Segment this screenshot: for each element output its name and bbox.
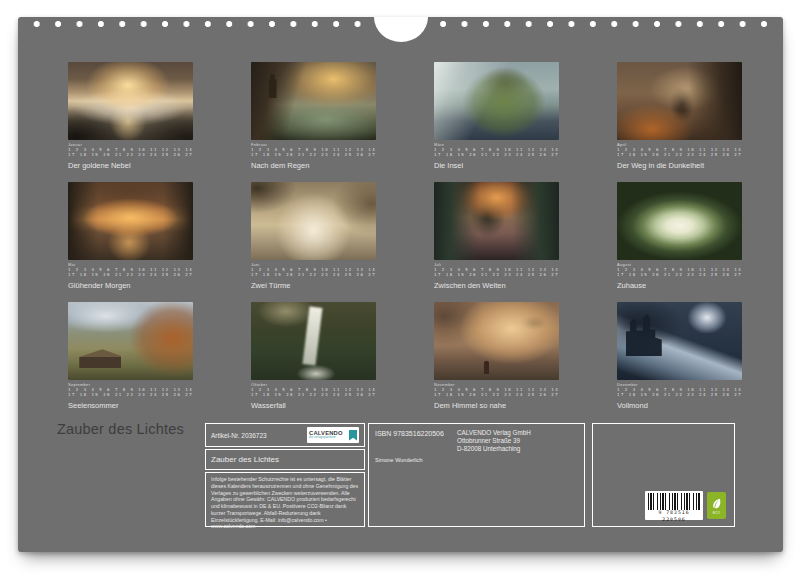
mini-calendar-days: 1 2 3 4 5 6 7 8 9 10 11 12 13 14 15 16 1… — [617, 148, 742, 158]
mini-month-label: Februar — [251, 143, 376, 147]
month-cell-oktober: Oktober 1 2 3 4 5 6 7 8 9 10 11 12 13 14… — [251, 302, 376, 422]
calvendo-logo: CALVENDO die verlagsplattform — [307, 427, 359, 443]
month-image-april — [617, 62, 742, 140]
mini-days-row2: 17 18 19 20 21 22 23 24 25 26 27 28 29 3… — [617, 153, 742, 158]
month-image-januar — [68, 62, 193, 140]
mini-calendar-days: 1 2 3 4 5 6 7 8 9 10 11 12 13 14 15 16 1… — [251, 268, 376, 278]
mini-days-row2: 17 18 19 20 21 22 23 24 25 26 27 28 29 3… — [68, 273, 193, 278]
month-image-november — [434, 302, 559, 380]
mini-days-row2: 17 18 19 20 21 22 23 24 25 26 27 28 29 3… — [68, 393, 193, 398]
mini-calendar-days: 1 2 3 4 5 6 7 8 9 10 11 12 13 14 15 16 1… — [68, 148, 193, 158]
mini-calendar-days: 1 2 3 4 5 6 7 8 9 10 11 12 13 14 15 16 1… — [434, 148, 559, 158]
isbn-text: ISBN 9783516220506 — [375, 430, 444, 437]
publisher-address: CALVENDO Verlag GmbH Ottobrunner Straße … — [457, 429, 531, 453]
mini-month-label: September — [68, 383, 193, 387]
title-box: Zauber des Lichtes — [205, 449, 365, 470]
hanger-hole-notch — [374, 17, 428, 42]
month-cell-august: August 1 2 3 4 5 6 7 8 9 10 11 12 13 14 … — [617, 182, 742, 302]
legal-text: Infolge bestehender Schutzrechte ist es … — [211, 476, 359, 530]
mini-month-label: März — [434, 143, 559, 147]
image-caption: Vollmond — [617, 402, 742, 410]
month-image-september — [68, 302, 193, 380]
eco-leaf-icon — [710, 496, 723, 511]
image-caption: Zwischen den Welten — [434, 282, 559, 290]
mini-calendar-days: 1 2 3 4 5 6 7 8 9 10 11 12 13 14 15 16 1… — [434, 388, 559, 398]
month-cell-september: September 1 2 3 4 5 6 7 8 9 10 11 12 13 … — [68, 302, 193, 422]
month-image-februar — [251, 62, 376, 140]
mini-month-label: Mai — [68, 263, 193, 267]
month-image-maerz — [434, 62, 559, 140]
image-caption: Glühender Morgen — [68, 282, 193, 290]
eco-badge: ECO — [707, 492, 726, 519]
barcode-number: 9 783516 220506 — [648, 510, 700, 523]
publisher-name: CALVENDO Verlag GmbH — [457, 429, 531, 437]
image-caption: Seelensommer — [68, 402, 193, 410]
mini-days-row2: 17 18 19 20 21 22 23 24 25 26 27 28 29 3… — [68, 153, 193, 158]
barcode-box: 9 783516 220506 ECO — [592, 423, 735, 527]
image-caption: Nach dem Regen — [251, 162, 376, 170]
isbn-publisher-box: ISBN 9783516220506 CALVENDO Verlag GmbH … — [368, 423, 585, 527]
month-cell-april: April 1 2 3 4 5 6 7 8 9 10 11 12 13 14 1… — [617, 62, 742, 182]
mini-days-row2: 17 18 19 20 21 22 23 24 25 26 27 28 29 3… — [251, 273, 376, 278]
month-image-juni — [251, 182, 376, 260]
mini-days-row2: 17 18 19 20 21 22 23 24 25 26 27 28 29 3… — [434, 393, 559, 398]
mini-month-label: August — [617, 263, 742, 267]
month-image-mai — [68, 182, 193, 260]
image-caption: Der Weg in die Dunkelheit — [617, 162, 742, 170]
mini-calendar-days: 1 2 3 4 5 6 7 8 9 10 11 12 13 14 15 16 1… — [251, 148, 376, 158]
article-number: Artikel-Nr. 2036723 — [211, 432, 267, 439]
mini-days-row2: 17 18 19 20 21 22 23 24 25 26 27 28 29 3… — [617, 273, 742, 278]
publisher-street: Ottobrunner Straße 39 — [457, 437, 531, 445]
mini-month-label: Januar — [68, 143, 193, 147]
month-image-august — [617, 182, 742, 260]
mini-calendar-days: 1 2 3 4 5 6 7 8 9 10 11 12 13 14 15 16 1… — [68, 268, 193, 278]
mini-days-row2: 17 18 19 20 21 22 23 24 25 26 27 28 29 3… — [251, 393, 376, 398]
mini-calendar-days: 1 2 3 4 5 6 7 8 9 10 11 12 13 14 15 16 1… — [617, 388, 742, 398]
mini-month-label: November — [434, 383, 559, 387]
month-cell-november: November 1 2 3 4 5 6 7 8 9 10 11 12 13 1… — [434, 302, 559, 422]
barcode-bars — [648, 493, 700, 510]
mini-month-label: Dezember — [617, 383, 742, 387]
month-cell-januar: Januar 1 2 3 4 5 6 7 8 9 10 11 12 13 14 … — [68, 62, 193, 182]
month-image-juli — [434, 182, 559, 260]
mini-month-label: Juli — [434, 263, 559, 267]
image-caption: Dem Himmel so nahe — [434, 402, 559, 410]
month-cell-maerz: März 1 2 3 4 5 6 7 8 9 10 11 12 13 14 15… — [434, 62, 559, 182]
mini-calendar-days: 1 2 3 4 5 6 7 8 9 10 11 12 13 14 15 16 1… — [617, 268, 742, 278]
calvendo-tagline: die verlagsplattform — [309, 437, 343, 440]
month-image-dezember — [617, 302, 742, 380]
calendar-back-photo: { "colors": { "sheet": "#6f6f6f", "accen… — [0, 0, 800, 577]
mini-month-label: Oktober — [251, 383, 376, 387]
image-caption: Zwei Türme — [251, 282, 376, 290]
mini-days-row2: 17 18 19 20 21 22 23 24 25 26 27 28 29 3… — [434, 273, 559, 278]
month-image-oktober — [251, 302, 376, 380]
month-cell-februar: Februar 1 2 3 4 5 6 7 8 9 10 11 12 13 14… — [251, 62, 376, 182]
calvendo-mark-icon — [349, 430, 357, 441]
article-number-box: Artikel-Nr. 2036723 CALVENDO die verlags… — [205, 423, 365, 447]
mini-days-row2: 17 18 19 20 21 22 23 24 25 26 27 28 29 3… — [617, 393, 742, 398]
author-name: Simone Wunderlich — [375, 457, 423, 463]
month-cell-dezember: Dezember 1 2 3 4 5 6 7 8 9 10 11 12 13 1… — [617, 302, 742, 422]
image-caption: Wasserfall — [251, 402, 376, 410]
month-thumbnail-grid: Januar 1 2 3 4 5 6 7 8 9 10 11 12 13 14 … — [68, 62, 742, 422]
calendar-title: Zauber des Lichtes — [57, 421, 184, 437]
ean-barcode: 9 783516 220506 — [645, 491, 703, 520]
image-caption: Die Insel — [434, 162, 559, 170]
calendar-back-sheet: Januar 1 2 3 4 5 6 7 8 9 10 11 12 13 14 … — [18, 17, 783, 552]
mini-month-label: Juni — [251, 263, 376, 267]
mini-month-label: April — [617, 143, 742, 147]
month-cell-juli: Juli 1 2 3 4 5 6 7 8 9 10 11 12 13 14 15… — [434, 182, 559, 302]
eco-badge-label: ECO — [713, 512, 721, 515]
publisher-city: D-82008 Unterhaching — [457, 445, 531, 453]
image-caption: Der goldene Nebel — [68, 162, 193, 170]
calvendo-logo-text: CALVENDO die verlagsplattform — [309, 431, 343, 439]
mini-calendar-days: 1 2 3 4 5 6 7 8 9 10 11 12 13 14 15 16 1… — [68, 388, 193, 398]
legal-box: Infolge bestehender Schutzrechte ist es … — [205, 472, 365, 527]
mini-days-row2: 17 18 19 20 21 22 23 24 25 26 27 28 29 3… — [251, 153, 376, 158]
title-box-text: Zauber des Lichtes — [211, 455, 279, 464]
mini-days-row2: 17 18 19 20 21 22 23 24 25 26 27 28 29 3… — [434, 153, 559, 158]
month-cell-juni: Juni 1 2 3 4 5 6 7 8 9 10 11 12 13 14 15… — [251, 182, 376, 302]
mini-calendar-days: 1 2 3 4 5 6 7 8 9 10 11 12 13 14 15 16 1… — [251, 388, 376, 398]
month-cell-mai: Mai 1 2 3 4 5 6 7 8 9 10 11 12 13 14 15 … — [68, 182, 193, 302]
image-caption: Zuhause — [617, 282, 742, 290]
